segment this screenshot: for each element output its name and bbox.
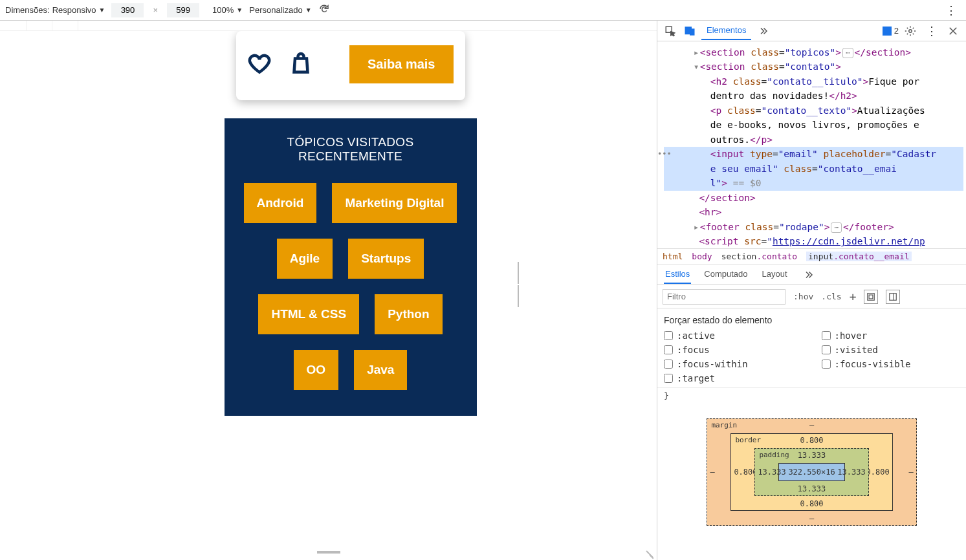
styles-filter-input[interactable]	[663, 289, 785, 305]
caret-down-icon: ▼	[236, 6, 243, 14]
svg-rect-5	[868, 293, 875, 300]
empty-rule-brace: }	[657, 388, 966, 403]
topic-chip[interactable]: HTML & CSS	[258, 294, 359, 334]
crumb-input[interactable]: input.contato__email	[806, 252, 912, 261]
topic-chip[interactable]: Java	[354, 350, 407, 390]
dimensions-dropdown[interactable]: Dimensões: Responsivo ▼	[5, 5, 105, 15]
content-size[interactable]: 322.550×16	[778, 463, 844, 481]
topic-chip[interactable]: Android	[244, 183, 317, 223]
resize-handle[interactable]	[518, 262, 523, 307]
issues-badge[interactable]: 2	[883, 26, 899, 36]
margin-label: margin	[711, 421, 737, 429]
state-active[interactable]: :active	[664, 330, 802, 341]
device-toolbar: Dimensões: Responsivo ▼ × 100% ▼ Persona…	[0, 0, 966, 21]
zoom-dropdown[interactable]: 100% ▼	[212, 5, 243, 15]
dimensions-mode: Responsivo	[52, 5, 96, 15]
new-rule-icon[interactable]: +	[850, 290, 857, 303]
subtab-layout[interactable]: Layout	[761, 265, 789, 284]
topic-chip[interactable]: OO	[294, 350, 339, 390]
emulated-viewport: Saiba mais TÓPICOS VISITADOS RECENTEMENT…	[225, 31, 477, 418]
state-target[interactable]: :target	[664, 373, 802, 383]
devtools-tabbar: Elementos 2 ⋮	[657, 21, 966, 41]
state-visited[interactable]: :visited	[822, 345, 960, 355]
sidebar-toggle-icon[interactable]	[886, 290, 900, 304]
topics-title: TÓPICOS VISITADOS RECENTEMENTE	[236, 135, 465, 164]
heart-icon[interactable]	[248, 52, 271, 77]
state-focus-visible[interactable]: :focus-visible	[822, 359, 960, 369]
rotate-icon[interactable]	[318, 3, 330, 17]
drawer-handle[interactable]	[0, 544, 657, 560]
device-mode-icon[interactable]	[682, 23, 697, 39]
issues-icon	[883, 27, 892, 36]
caret-down-icon: ▼	[305, 6, 312, 14]
cls-toggle[interactable]: .cls	[821, 292, 841, 301]
saiba-mais-button[interactable]: Saiba mais	[349, 45, 454, 83]
more-tabs-icon[interactable]	[755, 23, 771, 39]
devtools-panel: Elementos 2 ⋮ ▸<section class="topicos">…	[657, 21, 966, 560]
force-state-title: Forçar estado do elemento	[664, 315, 960, 325]
caret-down-icon: ▼	[99, 6, 105, 14]
bag-icon[interactable]	[289, 52, 313, 77]
width-input[interactable]	[111, 3, 144, 17]
state-hover[interactable]: :hover	[822, 330, 960, 341]
more-subtabs-icon[interactable]	[800, 267, 816, 283]
svg-rect-3	[690, 29, 694, 35]
device-toolbar-menu[interactable]: ⋮	[941, 5, 961, 16]
state-focus-within[interactable]: :focus-within	[664, 359, 802, 369]
svg-point-4	[909, 29, 912, 32]
padding-label: padding	[759, 451, 789, 459]
inspect-icon[interactable]	[663, 23, 678, 39]
hov-toggle[interactable]: :hov	[793, 292, 813, 301]
svg-rect-6	[870, 295, 873, 299]
crumb-body[interactable]: body	[692, 252, 712, 261]
height-input[interactable]	[167, 3, 199, 17]
throttle-dropdown[interactable]: Personalizado ▼	[249, 5, 311, 15]
topics-section: TÓPICOS VISITADOS RECENTEMENTE Android M…	[225, 118, 477, 416]
force-state-panel: Forçar estado do elemento :active :hover…	[657, 308, 966, 388]
issues-count: 2	[894, 26, 899, 36]
computed-toggle-icon[interactable]	[864, 290, 878, 304]
dom-tree[interactable]: ▸<section class="topicos">⋯</section> ▾<…	[657, 41, 966, 248]
subtab-styles[interactable]: Estilos	[664, 265, 691, 284]
ruler	[0, 21, 657, 31]
tab-elements[interactable]: Elementos	[701, 21, 751, 40]
border-label: border	[735, 436, 761, 444]
styles-subtabs: Estilos Computado Layout	[657, 264, 966, 285]
box-model[interactable]: margin ‒ ‒ ‒ ‒ border 0.800 0.800 0.800 …	[657, 403, 966, 560]
subtab-computed[interactable]: Computado	[703, 265, 749, 284]
product-card: Saiba mais	[236, 31, 465, 100]
topic-chip[interactable]: Startups	[348, 239, 424, 279]
viewport-pane: Saiba mais TÓPICOS VISITADOS RECENTEMENT…	[0, 21, 657, 560]
zoom-value: 100%	[212, 5, 234, 15]
state-focus[interactable]: :focus	[664, 345, 802, 355]
dimension-separator: ×	[150, 5, 160, 15]
gear-icon[interactable]	[903, 23, 918, 39]
contact-section: Fique por dentro das novidades! Atualiza…	[225, 416, 477, 418]
breadcrumb[interactable]: html body section.contato input.contato_…	[657, 248, 966, 264]
throttle-value: Personalizado	[249, 5, 302, 15]
crumb-section[interactable]: section.contato	[721, 252, 797, 261]
dimensions-label: Dimensões:	[5, 5, 50, 15]
topics-grid: Android Marketing Digital Agile Startups…	[236, 183, 465, 390]
close-icon[interactable]	[945, 23, 961, 39]
crumb-html[interactable]: html	[663, 252, 683, 261]
topic-chip[interactable]: Marketing Digital	[332, 183, 457, 223]
styles-toolbar: :hov .cls +	[657, 285, 966, 308]
topic-chip[interactable]: Agile	[277, 239, 333, 279]
topic-chip[interactable]: Python	[375, 294, 442, 334]
devtools-menu[interactable]: ⋮	[922, 25, 941, 37]
svg-rect-7	[890, 293, 897, 300]
